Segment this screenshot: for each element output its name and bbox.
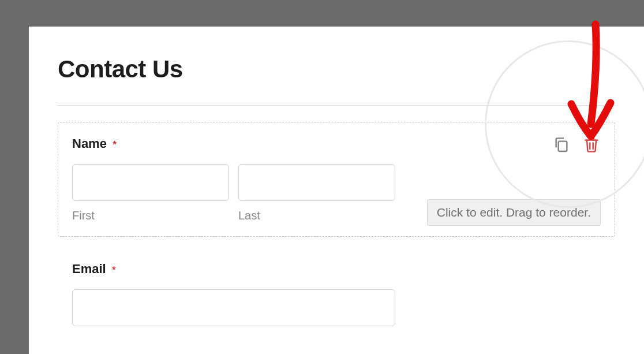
- last-name-subfield: Last: [238, 164, 395, 222]
- last-name-sublabel: Last: [238, 209, 395, 222]
- trash-icon: [582, 135, 601, 154]
- first-name-sublabel: First: [72, 209, 229, 222]
- first-name-input[interactable]: [72, 164, 229, 201]
- name-label: Name: [72, 136, 107, 151]
- required-star: *: [113, 140, 116, 150]
- required-star: *: [112, 265, 115, 275]
- field-name-block[interactable]: Name *: [58, 122, 615, 237]
- name-subfields-row: First Last: [72, 164, 395, 222]
- first-name-subfield: First: [72, 164, 229, 222]
- form-canvas: Contact Us Name *: [29, 27, 644, 354]
- field-email-block[interactable]: Email *: [58, 247, 615, 341]
- email-input[interactable]: [72, 289, 395, 326]
- title-divider: [58, 105, 615, 106]
- last-name-input[interactable]: [238, 164, 395, 201]
- field-tooltip: Click to edit. Drag to reorder.: [427, 199, 601, 226]
- field-toolbar: [552, 135, 601, 154]
- duplicate-button[interactable]: [552, 135, 571, 154]
- email-label: Email: [72, 262, 106, 277]
- form-title: Contact Us: [58, 55, 615, 83]
- duplicate-icon: [552, 135, 571, 154]
- delete-button[interactable]: [582, 135, 601, 154]
- svg-rect-0: [559, 141, 567, 151]
